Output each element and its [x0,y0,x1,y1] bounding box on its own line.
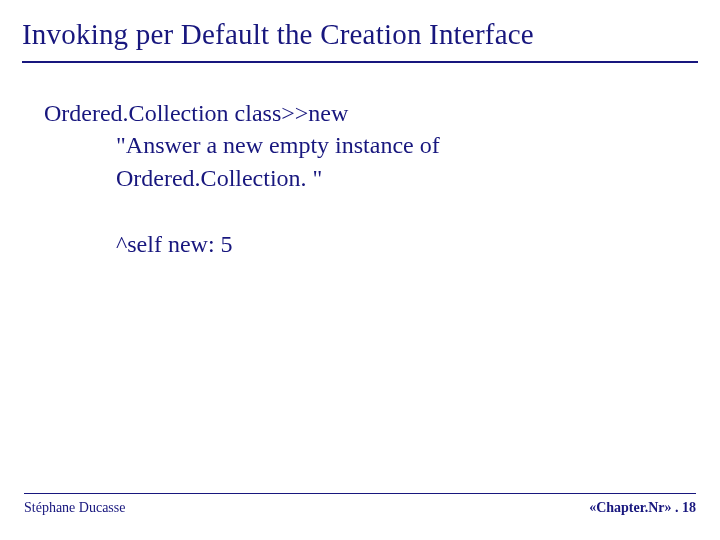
footer-author: Stéphane Ducasse [24,500,125,516]
code-line-3: Ordered.Collection. " [44,162,698,194]
footer-pageref: «Chapter.Nr» . 18 [589,500,696,516]
blank-line [44,194,698,228]
slide-body: Ordered.Collection class>>new "Answer a … [22,97,698,261]
footer: Stéphane Ducasse «Chapter.Nr» . 18 [24,493,696,516]
slide: Invoking per Default the Creation Interf… [0,0,720,540]
code-line-4: ^self new: 5 [44,228,698,260]
code-line-2: "Answer a new empty instance of [44,129,698,161]
footer-rule [24,493,696,494]
code-line-1: Ordered.Collection class>>new [44,97,698,129]
slide-title: Invoking per Default the Creation Interf… [22,18,698,51]
footer-row: Stéphane Ducasse «Chapter.Nr» . 18 [24,500,696,516]
title-rule [22,61,698,63]
